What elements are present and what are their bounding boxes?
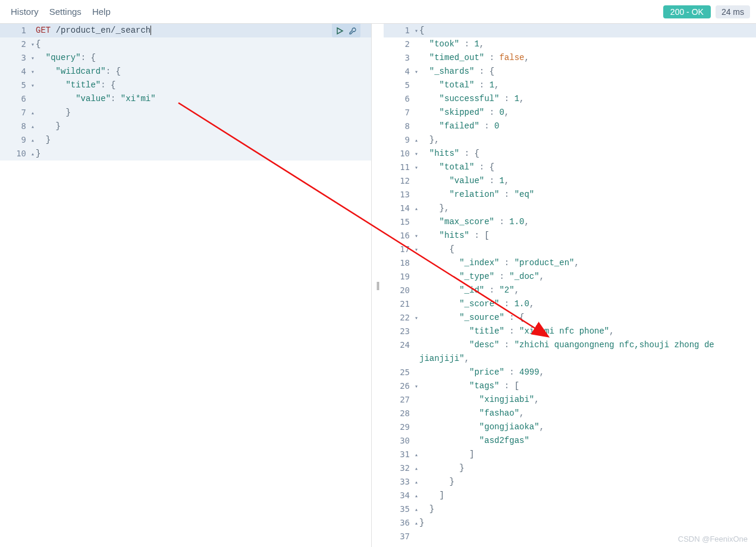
line-number: 25 <box>384 366 419 379</box>
menu-help[interactable]: Help <box>92 7 111 17</box>
line-number: 4▾ <box>0 65 36 78</box>
code-line: "value" : 1, <box>419 174 756 188</box>
line-number: 36▴ <box>384 516 419 530</box>
code-line: } <box>419 516 756 530</box>
code-line[interactable]: } <box>36 147 371 161</box>
code-line[interactable]: } <box>36 133 371 147</box>
line-number: 11▾ <box>384 161 419 174</box>
line-number: 8 <box>384 120 419 133</box>
code-line[interactable]: } <box>36 106 371 120</box>
fold-toggle-icon[interactable]: ▾ <box>415 161 418 174</box>
fold-toggle-icon[interactable]: ▴ <box>415 502 418 516</box>
code-line[interactable]: } <box>36 120 371 133</box>
line-number: 14▴ <box>384 202 419 215</box>
fold-toggle-icon[interactable]: ▴ <box>415 516 418 530</box>
code-line: "_id" : "2", <box>419 284 756 297</box>
line-number: 19 <box>384 270 419 284</box>
fold-toggle-icon[interactable]: ▾ <box>415 243 418 256</box>
menu-history[interactable]: History <box>11 7 39 17</box>
code-line: "_source" : { <box>419 311 756 325</box>
fold-toggle-icon[interactable]: ▾ <box>415 229 418 243</box>
line-number: 5 <box>384 78 419 92</box>
code-line: "successful" : 1, <box>419 92 756 106</box>
code-line[interactable]: "query": { <box>36 51 371 65</box>
pane-divider-handle[interactable]: ‖ <box>372 24 384 547</box>
fold-toggle-icon[interactable]: ▾ <box>415 311 418 325</box>
fold-toggle-icon[interactable]: ▴ <box>415 461 418 475</box>
fold-toggle-icon[interactable]: ▾ <box>415 65 418 78</box>
fold-toggle-icon[interactable]: ▾ <box>415 24 418 37</box>
line-number: 20 <box>384 284 419 297</box>
request-editor-pane[interactable]: 1GET /product_en/_search 2▾{ 3▾ "query":… <box>0 24 372 547</box>
code-line[interactable]: "value": "xi*mi" <box>36 92 371 106</box>
code-line: "failed" : 0 <box>419 120 756 133</box>
line-number: 23 <box>384 325 419 338</box>
line-number: 7 <box>384 106 419 120</box>
http-method: GET <box>36 26 51 35</box>
code-line: "asd2fgas" <box>419 434 756 448</box>
fold-toggle-icon[interactable]: ▴ <box>415 133 418 147</box>
line-number: 6 <box>384 92 419 106</box>
run-request-icon[interactable] <box>335 27 344 35</box>
watermark-text: CSDN @FeenixOne <box>678 535 748 543</box>
line-number: 4▾ <box>384 65 419 78</box>
line-number: 6 <box>0 92 36 106</box>
line-number: 16▾ <box>384 229 419 243</box>
svg-marker-0 <box>337 28 343 34</box>
fold-toggle-icon[interactable]: ▾ <box>31 78 34 92</box>
fold-toggle-icon[interactable]: ▴ <box>415 202 418 215</box>
code-line: "hits" : [ <box>419 229 756 243</box>
code-line[interactable]: { <box>36 37 371 51</box>
fold-toggle-icon[interactable]: ▾ <box>31 37 34 51</box>
fold-toggle-icon[interactable]: ▴ <box>415 448 418 461</box>
line-number: 10▾ <box>384 147 419 161</box>
line-number: 5▾ <box>0 78 36 92</box>
fold-toggle-icon[interactable]: ▴ <box>31 133 34 147</box>
code-line[interactable]: GET /product_en/_search <box>36 24 371 37</box>
line-number: 32▴ <box>384 461 419 475</box>
code-line: }, <box>419 202 756 215</box>
fold-toggle-icon[interactable]: ▴ <box>415 475 418 489</box>
line-number: 28 <box>384 407 419 420</box>
code-line: "hits" : { <box>419 147 756 161</box>
fold-toggle-icon[interactable]: ▾ <box>31 65 34 78</box>
code-line: "skipped" : 0, <box>419 106 756 120</box>
fold-toggle-icon[interactable]: ▴ <box>415 489 418 502</box>
menu-settings[interactable]: Settings <box>49 7 81 17</box>
line-number: 29 <box>384 420 419 434</box>
code-line: "total" : { <box>419 161 756 174</box>
code-line[interactable]: "title": { <box>36 78 371 92</box>
code-line: }, <box>419 133 756 147</box>
line-number: 37 <box>384 530 419 543</box>
wrench-icon[interactable] <box>349 27 357 35</box>
line-number: 9▴ <box>384 133 419 147</box>
code-line: } <box>419 475 756 489</box>
line-number: 21 <box>384 297 419 311</box>
line-number: 12 <box>384 174 419 188</box>
fold-toggle-icon[interactable]: ▾ <box>31 51 34 65</box>
fold-toggle-icon[interactable]: ▾ <box>415 379 418 393</box>
code-line: { <box>419 24 756 37</box>
timing-badge: 24 ms <box>716 5 750 18</box>
code-line[interactable]: "wildcard": { <box>36 65 371 78</box>
fold-toggle-icon[interactable]: ▴ <box>31 120 34 133</box>
code-line: "relation" : "eq" <box>419 188 756 202</box>
fold-toggle-icon[interactable]: ▴ <box>31 147 34 161</box>
request-action-toolbar <box>332 24 360 37</box>
line-number: 30 <box>384 434 419 448</box>
code-line: "_shards" : { <box>419 65 756 78</box>
status-group: 200 - OK 24 ms <box>663 5 750 18</box>
response-viewer-pane[interactable]: 1▾{ 2 "took" : 1, 3 "timed_out" : false,… <box>384 24 756 547</box>
line-number: 9▴ <box>0 133 36 147</box>
code-line: { <box>419 243 756 256</box>
fold-toggle-icon[interactable]: ▴ <box>31 106 34 120</box>
line-number: 18 <box>384 256 419 270</box>
code-line: "fashao", <box>419 407 756 420</box>
line-number: 10▴ <box>0 147 36 161</box>
code-line: "_type" : "_doc", <box>419 270 756 284</box>
code-line: "gongjiaoka", <box>419 420 756 434</box>
top-menu-bar: History Settings Help 200 - OK 24 ms <box>0 0 756 24</box>
line-number: 26▾ <box>384 379 419 393</box>
line-number: 22▾ <box>384 311 419 325</box>
fold-toggle-icon[interactable]: ▾ <box>415 147 418 161</box>
